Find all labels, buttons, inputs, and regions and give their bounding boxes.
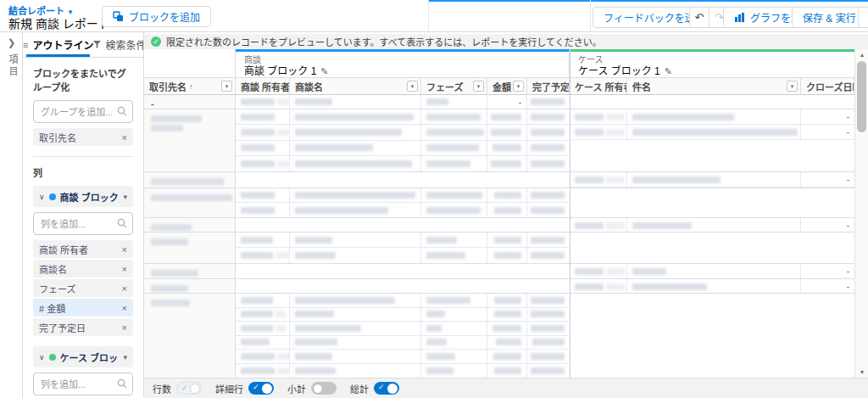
column-pill-label: 商談 所有者 [39, 243, 88, 256]
cell-opportunity-name [290, 156, 421, 171]
edit-block-icon[interactable]: ✎ [665, 66, 672, 76]
redacted-text [275, 252, 289, 259]
fields-panel-label[interactable]: 項目 [6, 54, 19, 78]
add-block-button[interactable]: ブロックを追加 [102, 6, 211, 27]
remove-icon[interactable]: × [122, 283, 127, 294]
redacted-text [151, 115, 202, 122]
search-icon [117, 218, 127, 228]
cell-opportunity-name [290, 350, 421, 363]
cell-close-date [527, 95, 570, 109]
table-group: - [144, 264, 854, 279]
toggle-label: 行数 [153, 382, 171, 395]
outline-sidebar: ≡ アウトライン 検索条件 ブロックをまたいでグループ化 取引先名 × 列 ∨商… [23, 32, 144, 398]
group-pill-account-name[interactable]: 取引先名 × [33, 128, 133, 146]
expand-fields-icon[interactable]: ❯ [8, 37, 15, 48]
redacted-text [277, 353, 290, 360]
toggle-switch[interactable]: ✓ [176, 382, 202, 395]
cell-opportunity-owner [236, 350, 290, 363]
tab-filters[interactable]: 検索条件 [93, 32, 144, 57]
columns-title: 列 [33, 165, 133, 179]
redacted-text [575, 129, 604, 136]
remove-icon[interactable]: × [122, 303, 127, 313]
column-header-9: クローズ日時▾ [801, 78, 854, 94]
redacted-text [151, 270, 198, 277]
cell-subject [627, 264, 801, 278]
column-pill[interactable]: 商談名× [33, 260, 133, 277]
cell-amount [487, 294, 527, 307]
redacted-text [295, 114, 414, 121]
column-block-header[interactable]: ∨ケース ブロック 1▾ [33, 346, 133, 367]
toggle-switch[interactable]: ✓ [374, 382, 399, 395]
column-pill[interactable]: 商談 所有者× [33, 240, 133, 258]
column-menu-button[interactable]: ▾ [221, 81, 232, 92]
column-pill[interactable]: フェーズ× [33, 279, 133, 297]
redacted-text [494, 207, 521, 214]
block-header-row: 商談 商談 ブロック 1✎ ケース ケース ブロック 1✎ [144, 49, 854, 78]
block-menu-icon[interactable]: ▾ [123, 193, 127, 201]
redacted-text [426, 252, 465, 259]
group-label-cell [144, 294, 236, 378]
redacted-text [277, 98, 289, 105]
redacted-text [426, 144, 479, 151]
case-lane: -- [570, 109, 854, 171]
toggle-knob [387, 384, 398, 394]
column-pill[interactable]: # 金額× [33, 299, 133, 317]
remove-icon[interactable]: × [122, 132, 127, 143]
header-divider [428, 0, 429, 32]
cell-opportunity-owner [236, 188, 290, 202]
toggle-switch[interactable]: ✓ [248, 382, 274, 395]
redacted-text [531, 297, 565, 304]
column-menu-button[interactable]: ▾ [473, 81, 484, 92]
cell-opportunity-name [290, 203, 421, 217]
vertical-scrollbar[interactable]: ▲ ▼ [854, 49, 868, 378]
opportunity-lane [236, 109, 570, 171]
cell-stage [421, 322, 487, 335]
save-button[interactable]: 保存 [858, 7, 868, 28]
redacted-text [532, 339, 565, 345]
remove-icon[interactable]: × [122, 264, 127, 274]
toggle-knob [190, 384, 200, 394]
redacted-text [492, 325, 521, 332]
column-menu-button[interactable]: ▾ [513, 81, 524, 92]
redacted-text [632, 268, 666, 275]
column-pill[interactable]: 完了予定日× [33, 318, 133, 336]
column-header-5: 金額▾ [487, 78, 527, 94]
opportunity-lane [236, 233, 570, 263]
scroll-down-icon[interactable]: ▼ [855, 369, 868, 375]
column-menu-button[interactable]: ▾ [787, 81, 798, 92]
remove-icon[interactable]: × [122, 244, 127, 255]
scroll-up-icon[interactable]: ▲ [855, 52, 868, 58]
save-and-run-button[interactable]: 保存 & 実行 [792, 7, 867, 28]
cell-opportunity-owner [236, 141, 290, 155]
redacted-text [295, 160, 412, 167]
redacted-text [531, 325, 565, 332]
redacted-text [531, 98, 565, 105]
block-menu-icon[interactable]: ▾ [123, 353, 127, 362]
undo-button[interactable]: ↶ [689, 7, 709, 28]
redacted-text [426, 160, 470, 167]
remove-icon[interactable]: × [122, 322, 127, 333]
redacted-text [151, 300, 190, 306]
redacted-text [426, 98, 448, 105]
group-label-cell [144, 188, 236, 217]
cell-close-date [527, 350, 570, 363]
column-block-header[interactable]: ∨商談 ブロック 1▾ [33, 186, 133, 207]
edit-block-icon[interactable]: ✎ [320, 66, 328, 76]
table-row [236, 188, 570, 203]
divider [33, 156, 133, 157]
chart-icon [734, 12, 745, 23]
cell-close-date [527, 109, 570, 124]
cell-closed-date: - [801, 172, 854, 187]
redacted-text [575, 268, 604, 275]
toggle-switch[interactable] [311, 382, 337, 395]
tab-outline[interactable]: ≡ アウトライン [23, 32, 93, 57]
table-row [236, 233, 570, 248]
cell-stage [421, 95, 487, 109]
opportunity-block-header: 商談 商談 ブロック 1✎ [236, 49, 570, 77]
scrollbar-thumb[interactable] [857, 61, 866, 132]
block-name: ケース ブロック 1 [60, 350, 120, 364]
redacted-text [277, 129, 289, 136]
cell-amount [487, 156, 527, 171]
column-menu-button[interactable]: ▾ [407, 81, 418, 92]
cell-subject [627, 109, 801, 124]
